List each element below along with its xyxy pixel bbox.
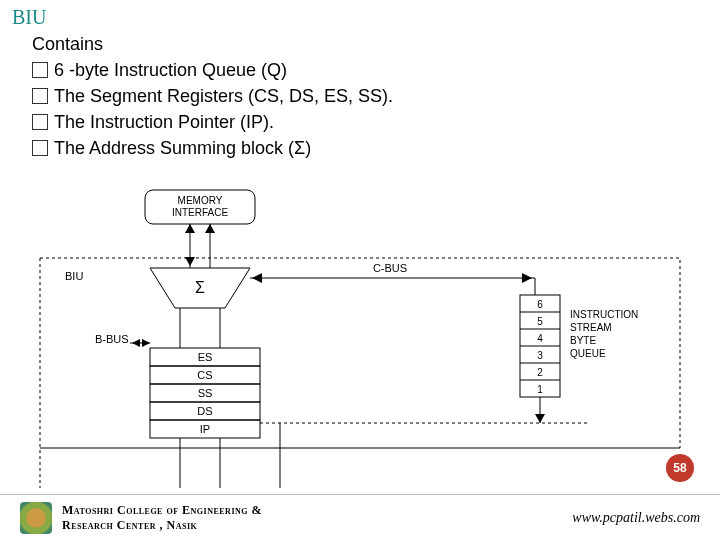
svg-text:BYTE: BYTE bbox=[570, 335, 596, 346]
svg-text:6: 6 bbox=[537, 299, 543, 310]
svg-text:ES: ES bbox=[198, 351, 213, 363]
svg-text:DS: DS bbox=[197, 405, 212, 417]
svg-text:INSTRUCTION: INSTRUCTION bbox=[570, 309, 638, 320]
svg-text:4: 4 bbox=[537, 333, 543, 344]
bullet-box-icon bbox=[32, 114, 48, 130]
bullet-list: Contains 6 -byte Instruction Queue (Q) T… bbox=[0, 29, 720, 161]
bullet-box-icon bbox=[32, 62, 48, 78]
website-link[interactable]: www.pcpatil.webs.com bbox=[572, 510, 700, 526]
bullet-box-icon bbox=[32, 88, 48, 104]
college-name: Matoshri College of Engineering & Resear… bbox=[62, 503, 262, 532]
instruction-queue: 6 5 4 3 2 1 bbox=[520, 295, 560, 397]
svg-text:SS: SS bbox=[198, 387, 213, 399]
svg-marker-14 bbox=[132, 339, 140, 347]
bullet-box-icon bbox=[32, 140, 48, 156]
cbus-label: C-BUS bbox=[373, 262, 407, 274]
svg-text:STREAM: STREAM bbox=[570, 322, 612, 333]
register-stack: ES CS SS DS IP bbox=[150, 348, 260, 438]
slide-footer: Matoshri College of Engineering & Resear… bbox=[0, 494, 720, 540]
college-logo-icon bbox=[20, 502, 52, 534]
sigma-symbol: Σ bbox=[195, 279, 205, 296]
svg-marker-3 bbox=[185, 224, 195, 233]
biu-diagram: MEMORY INTERFACE Σ BIU C-BUS B-BUS ES CS… bbox=[30, 188, 690, 488]
svg-marker-4 bbox=[185, 257, 195, 266]
svg-text:INTERFACE: INTERFACE bbox=[172, 207, 228, 218]
svg-text:IP: IP bbox=[200, 423, 210, 435]
biu-lbl: BIU bbox=[65, 270, 83, 282]
svg-text:QUEUE: QUEUE bbox=[570, 348, 606, 359]
bullet-text: The Address Summing block (Σ) bbox=[54, 135, 311, 161]
page-number-badge: 58 bbox=[666, 454, 694, 482]
svg-marker-46 bbox=[535, 414, 545, 423]
svg-marker-13 bbox=[142, 339, 150, 347]
svg-text:1: 1 bbox=[537, 384, 543, 395]
bullet-text: 6 -byte Instruction Queue (Q) bbox=[54, 57, 287, 83]
contains-label: Contains bbox=[32, 31, 103, 57]
mem-if-label: MEMORY bbox=[178, 195, 223, 206]
slide-title: BIU bbox=[0, 0, 720, 29]
bullet-text: The Segment Registers (CS, DS, ES, SS). bbox=[54, 83, 393, 109]
svg-text:5: 5 bbox=[537, 316, 543, 327]
bbus-label: B-BUS bbox=[95, 333, 129, 345]
svg-marker-6 bbox=[205, 224, 215, 233]
svg-text:2: 2 bbox=[537, 367, 543, 378]
svg-marker-9 bbox=[252, 273, 262, 283]
svg-text:3: 3 bbox=[537, 350, 543, 361]
bullet-text: The Instruction Pointer (IP). bbox=[54, 109, 274, 135]
svg-marker-10 bbox=[522, 273, 532, 283]
svg-text:CS: CS bbox=[197, 369, 212, 381]
